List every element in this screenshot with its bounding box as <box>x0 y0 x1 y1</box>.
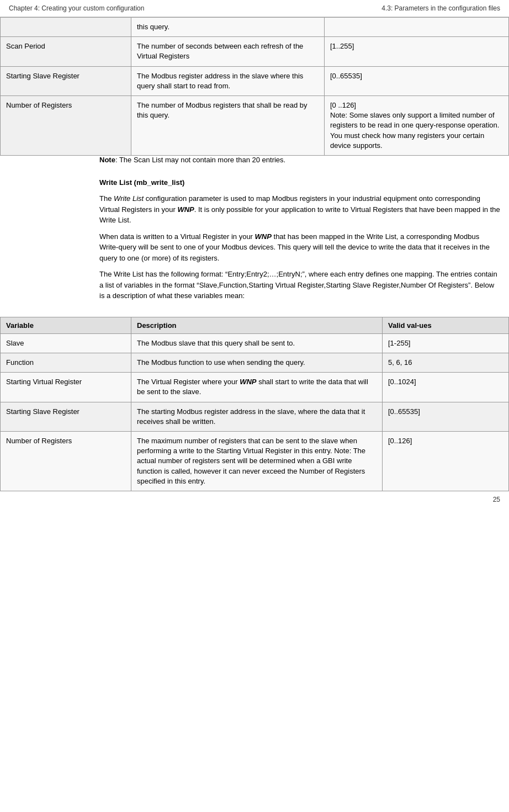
header-variable: Variable <box>1 317 131 333</box>
write-list-para2: When data is written to a Virtual Regist… <box>99 231 500 264</box>
cell-description: this query. <box>131 18 325 37</box>
cell-variable: Function <box>1 353 131 373</box>
header-description: Description <box>131 317 383 333</box>
table-row: Number of Registers The number of Modbus… <box>1 95 509 155</box>
header-right: 4.3: Parameters in the configuration fil… <box>381 4 500 12</box>
write-list-para3: The Write List has the following format:… <box>99 269 500 301</box>
cell-description: The number of seconds between each refre… <box>131 37 325 66</box>
cell-variable: Starting Slave Register <box>1 402 131 431</box>
table-row: Starting Virtual Register The Virtual Re… <box>1 373 509 402</box>
cell-description: The Modbus register address in the slave… <box>131 66 325 95</box>
cell-valid <box>325 18 509 37</box>
table-row: this query. <box>1 18 509 37</box>
header-valid: Valid val‑ues <box>383 317 509 333</box>
cell-variable: Scan Period <box>1 37 131 66</box>
cell-variable: Number of Registers <box>1 95 131 155</box>
cell-variable: Number of Registers <box>1 432 131 491</box>
cell-variable: Slave <box>1 333 131 353</box>
cell-valid: [1-255] <box>383 333 509 353</box>
cell-variable <box>1 18 131 37</box>
cell-valid: [0..65535] <box>325 66 509 95</box>
cell-valid: 5, 6, 16 <box>383 353 509 373</box>
cell-description: The maximum number of registers that can… <box>131 432 383 491</box>
note-text: : The Scan List may not contain more tha… <box>115 156 285 164</box>
write-list-para1: The Write List configuration parameter i… <box>99 193 500 226</box>
table-row: Function The Modbus function to use when… <box>1 353 509 373</box>
cell-variable: Starting Slave Register <box>1 66 131 95</box>
table-row: Starting Slave Register The starting Mod… <box>1 402 509 431</box>
bottom-table: Variable Description Valid val‑ues Slave… <box>0 317 509 491</box>
page-content: this query. Scan Period The number of se… <box>0 17 509 491</box>
page-header: Chapter 4: Creating your custom configur… <box>0 0 509 17</box>
write-list-heading: Write List (mb_write_list) <box>99 177 500 188</box>
table-row: Starting Slave Register The Modbus regis… <box>1 66 509 95</box>
cell-variable: Starting Virtual Register <box>1 373 131 402</box>
cell-description: The number of Modbus registers that shal… <box>131 95 325 155</box>
table-row: Slave The Modbus slave that this query s… <box>1 333 509 353</box>
header-left: Chapter 4: Creating your custom configur… <box>9 4 144 12</box>
note-bold: Note <box>99 156 115 164</box>
cell-valid: [0..1024] <box>383 373 509 402</box>
table-row: Scan Period The number of seconds betwee… <box>1 37 509 66</box>
top-table: this query. Scan Period The number of se… <box>0 17 509 156</box>
cell-description: The Modbus function to use when sending … <box>131 353 383 373</box>
cell-valid: [0..126] <box>383 432 509 491</box>
cell-description: The Modbus slave that this query shall b… <box>131 333 383 353</box>
cell-description: The Virtual Register where your WNP shal… <box>131 373 383 402</box>
cell-valid: [0..65535] <box>383 402 509 431</box>
note-line: Note: The Scan List may not contain more… <box>0 156 509 164</box>
prose-section: Write List (mb_write_list) The Write Lis… <box>0 171 509 311</box>
cell-description: The starting Modbus register address in … <box>131 402 383 431</box>
table-header-row: Variable Description Valid val‑ues <box>1 317 509 333</box>
page-number: 25 <box>0 491 509 508</box>
cell-valid: [0 ..126]Note: Some slaves only support … <box>325 95 509 155</box>
cell-valid: [1..255] <box>325 37 509 66</box>
table-row: Number of Registers The maximum number o… <box>1 432 509 491</box>
